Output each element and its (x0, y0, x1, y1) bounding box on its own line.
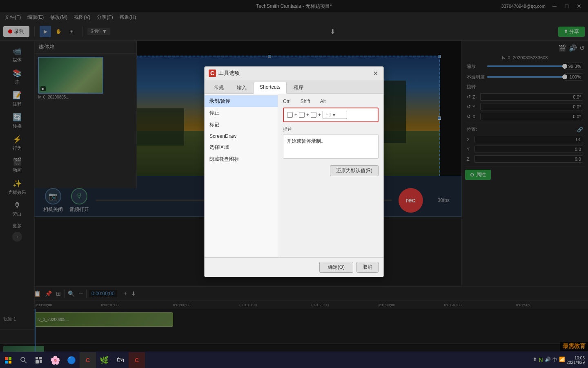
dialog-body: 录制/暂停 停止 标记 ScreenDraw 选择区域 隐藏托盘图标 Ctrl … (205, 94, 383, 257)
tab-input[interactable]: 输入 (231, 82, 253, 93)
taskbar-app-camtasia2[interactable]: C (129, 352, 145, 368)
plus-1: + (294, 112, 297, 118)
svg-rect-0 (5, 357, 8, 360)
network-icon[interactable]: 📶 (559, 357, 565, 364)
dropdown-arrow-icon: ▼ (332, 113, 336, 117)
taskbar-app-camtasia[interactable]: C (80, 352, 96, 368)
svg-rect-3 (9, 361, 11, 364)
system-clock[interactable]: 10:06 2021/4/29 (567, 356, 585, 365)
svg-rect-7 (39, 357, 42, 359)
desc-box: 开始或暂停录制。 (283, 134, 379, 159)
taskview-icon (36, 357, 42, 364)
system-tray-icons: ⬆ N 🔊 中 📶 (533, 357, 565, 364)
svg-line-5 (24, 361, 27, 363)
list-item-screendraw[interactable]: ScreenDraw (205, 131, 278, 141)
desc-label: 描述 (283, 126, 379, 132)
svg-rect-9 (40, 360, 42, 363)
plus-2: + (306, 112, 309, 118)
svg-point-4 (21, 357, 25, 361)
clock-date: 2021/4/29 (567, 360, 585, 365)
start-button[interactable] (0, 352, 16, 368)
shortcut-header: Ctrl Shift Alt (283, 99, 379, 104)
dialog-title-area: C 工具选项 (209, 70, 240, 77)
clock-time: 10:06 (567, 356, 585, 360)
dialog-footer: 确定(O) 取消 (205, 257, 383, 277)
shift-label: Shift (301, 99, 310, 104)
taskbar-app-tree[interactable]: 🌿 (96, 352, 112, 368)
shortcuts-list: 录制/暂停 停止 标记 ScreenDraw 选择区域 隐藏托盘图标 (205, 94, 278, 257)
nvidia-icon[interactable]: N (539, 357, 543, 364)
svg-rect-1 (9, 357, 11, 360)
key-value: F9 (325, 112, 331, 118)
tab-program[interactable]: 程序 (287, 82, 310, 93)
ok-button[interactable]: 确定(O) (319, 262, 353, 273)
list-item-mark[interactable]: 标记 (205, 119, 278, 131)
plus-3: + (318, 112, 321, 118)
alt-checkbox[interactable] (311, 112, 316, 118)
restore-defaults-button[interactable]: 还原为默认值(R) (330, 165, 379, 176)
taskbar-app-chrome[interactable]: 🔵 (63, 352, 80, 368)
restore-area: 还原为默认值(R) (283, 165, 379, 176)
taskbar-app-store[interactable]: 🛍 (112, 352, 129, 368)
svg-rect-2 (5, 361, 8, 364)
list-item-selectarea[interactable]: 选择区域 (205, 141, 278, 153)
tools-options-dialog: C 工具选项 ✕ 常规 输入 Shortcuts 程序 录制/暂停 停止 标记 … (204, 66, 384, 277)
key-dropdown[interactable]: F9 ▼ (323, 111, 347, 119)
search-icon (20, 357, 27, 364)
input-method-icon[interactable]: 中 (552, 357, 557, 364)
list-item-hidetray[interactable]: 隐藏托盘图标 (205, 153, 278, 165)
shortcut-editor: Ctrl Shift Alt + + + F9 ▼ (278, 94, 383, 257)
camtasia2-task-icon: C (135, 357, 139, 364)
alt-label: Alt (320, 99, 326, 104)
ctrl-label: Ctrl (283, 99, 291, 104)
tray-icon-3[interactable]: 🔊 (545, 357, 551, 364)
list-item-stop[interactable]: 停止 (205, 107, 278, 119)
shift-checkbox[interactable] (299, 112, 305, 118)
search-button[interactable] (16, 353, 31, 367)
tab-general[interactable]: 常规 (208, 82, 230, 93)
tray-icon-1[interactable]: ⬆ (533, 357, 537, 364)
taskbar-app-flower[interactable]: 🌸 (47, 352, 63, 368)
list-item-record[interactable]: 录制/暂停 (205, 95, 278, 107)
taskbar-pinned-apps: 🌸 🔵 C 🌿 🛍 C (47, 352, 145, 368)
dialog-title-text: 工具选项 (218, 70, 240, 77)
dialog-close-button[interactable]: ✕ (371, 69, 379, 77)
taskbar-right-area: ⬆ N 🔊 中 📶 10:06 2021/4/29 (533, 356, 588, 365)
desc-text: 开始或暂停录制。 (287, 138, 326, 144)
windows-taskbar: 🌸 🔵 C 🌿 🛍 C ⬆ N 🔊 中 📶 10:06 2021/4/29 (0, 352, 588, 368)
shortcut-keys-row: + + + F9 ▼ (283, 108, 379, 122)
svg-rect-6 (36, 357, 38, 359)
ctrl-checkbox[interactable] (287, 112, 293, 118)
taskview-button[interactable] (31, 352, 47, 368)
windows-logo-icon (5, 357, 11, 364)
tab-shortcuts[interactable]: Shortcuts (254, 82, 287, 94)
camtasia-task-icon: C (86, 357, 90, 364)
cancel-button[interactable]: 取消 (356, 262, 379, 273)
dialog-tabs: 常规 输入 Shortcuts 程序 (205, 80, 383, 94)
dialog-titlebar: C 工具选项 ✕ (205, 67, 383, 80)
dialog-app-icon: C (209, 70, 216, 77)
dialog-overlay: C 工具选项 ✕ 常规 输入 Shortcuts 程序 录制/暂停 停止 标记 … (0, 0, 588, 368)
svg-rect-8 (36, 360, 39, 364)
